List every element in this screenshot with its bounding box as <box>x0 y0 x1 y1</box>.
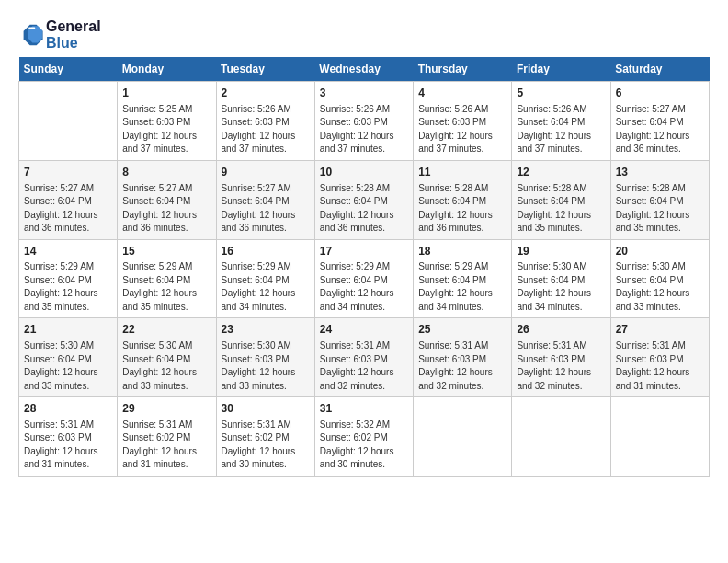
day-number: 9 <box>222 165 310 180</box>
weekday-header-row: SundayMondayTuesdayWednesdayThursdayFrid… <box>19 57 710 82</box>
day-number: 27 <box>616 322 704 338</box>
calendar-cell: 1Sunrise: 5:25 AM Sunset: 6:03 PM Daylig… <box>118 82 216 161</box>
day-number: 17 <box>320 244 408 259</box>
day-info: Sunrise: 5:27 AM Sunset: 6:04 PM Dayligh… <box>24 182 112 236</box>
day-number: 1 <box>122 86 210 101</box>
day-number: 15 <box>122 244 210 259</box>
day-info: Sunrise: 5:29 AM Sunset: 6:04 PM Dayligh… <box>24 260 112 314</box>
day-number: 6 <box>616 86 704 101</box>
day-number: 25 <box>418 322 506 338</box>
day-number: 3 <box>320 86 408 101</box>
calendar-cell: 25Sunrise: 5:31 AM Sunset: 6:03 PM Dayli… <box>414 318 512 397</box>
day-info: Sunrise: 5:29 AM Sunset: 6:04 PM Dayligh… <box>418 260 506 314</box>
day-number: 12 <box>517 165 605 180</box>
day-info: Sunrise: 5:26 AM Sunset: 6:03 PM Dayligh… <box>418 103 506 156</box>
day-info: Sunrise: 5:31 AM Sunset: 6:02 PM Dayligh… <box>222 419 310 472</box>
calendar-cell: 28Sunrise: 5:31 AM Sunset: 6:03 PM Dayli… <box>19 397 118 477</box>
logo-blue: Blue <box>46 35 101 52</box>
day-number: 21 <box>24 322 112 338</box>
calendar-cell: 16Sunrise: 5:29 AM Sunset: 6:04 PM Dayli… <box>216 239 314 318</box>
day-info: Sunrise: 5:29 AM Sunset: 6:04 PM Dayligh… <box>222 260 310 314</box>
calendar-cell: 18Sunrise: 5:29 AM Sunset: 6:04 PM Dayli… <box>414 239 512 318</box>
calendar-week-row: 1Sunrise: 5:25 AM Sunset: 6:03 PM Daylig… <box>19 82 710 161</box>
day-info: Sunrise: 5:27 AM Sunset: 6:04 PM Dayligh… <box>122 182 210 236</box>
day-number: 24 <box>320 322 408 338</box>
day-number: 20 <box>616 244 704 259</box>
calendar-cell <box>512 397 610 477</box>
day-number: 5 <box>517 86 605 101</box>
day-number: 23 <box>222 322 310 338</box>
day-info: Sunrise: 5:31 AM Sunset: 6:03 PM Dayligh… <box>616 339 704 393</box>
calendar-cell: 20Sunrise: 5:30 AM Sunset: 6:04 PM Dayli… <box>610 239 709 318</box>
weekday-header-monday: Monday <box>118 57 216 82</box>
calendar-week-row: 14Sunrise: 5:29 AM Sunset: 6:04 PM Dayli… <box>19 239 710 318</box>
weekday-header-friday: Friday <box>512 57 610 82</box>
weekday-header-wednesday: Wednesday <box>314 57 413 82</box>
calendar-cell: 7Sunrise: 5:27 AM Sunset: 6:04 PM Daylig… <box>19 160 118 239</box>
day-number: 16 <box>222 244 310 259</box>
day-number: 14 <box>24 244 112 259</box>
day-info: Sunrise: 5:26 AM Sunset: 6:03 PM Dayligh… <box>320 103 408 156</box>
day-info: Sunrise: 5:32 AM Sunset: 6:02 PM Dayligh… <box>320 419 408 472</box>
calendar-cell: 21Sunrise: 5:30 AM Sunset: 6:04 PM Dayli… <box>19 318 118 397</box>
day-number: 26 <box>517 322 605 338</box>
day-info: Sunrise: 5:26 AM Sunset: 6:04 PM Dayligh… <box>517 103 605 156</box>
day-info: Sunrise: 5:30 AM Sunset: 6:04 PM Dayligh… <box>122 339 210 393</box>
day-number: 13 <box>616 165 704 180</box>
day-number: 29 <box>122 401 210 417</box>
day-info: Sunrise: 5:25 AM Sunset: 6:03 PM Dayligh… <box>122 103 210 156</box>
day-info: Sunrise: 5:27 AM Sunset: 6:04 PM Dayligh… <box>616 103 704 156</box>
day-number: 31 <box>320 401 408 417</box>
day-info: Sunrise: 5:28 AM Sunset: 6:04 PM Dayligh… <box>616 182 704 236</box>
weekday-header-saturday: Saturday <box>610 57 709 82</box>
calendar-week-row: 21Sunrise: 5:30 AM Sunset: 6:04 PM Dayli… <box>19 318 710 397</box>
day-number: 10 <box>320 165 408 180</box>
day-info: Sunrise: 5:31 AM Sunset: 6:03 PM Dayligh… <box>320 339 408 393</box>
calendar-cell: 12Sunrise: 5:28 AM Sunset: 6:04 PM Dayli… <box>512 160 610 239</box>
logo-icon <box>18 22 44 48</box>
calendar-cell: 3Sunrise: 5:26 AM Sunset: 6:03 PM Daylig… <box>314 82 413 161</box>
calendar-cell: 13Sunrise: 5:28 AM Sunset: 6:04 PM Dayli… <box>610 160 709 239</box>
day-number: 18 <box>418 244 506 259</box>
calendar-cell: 27Sunrise: 5:31 AM Sunset: 6:03 PM Dayli… <box>610 318 709 397</box>
day-info: Sunrise: 5:28 AM Sunset: 6:04 PM Dayligh… <box>320 182 408 236</box>
day-number: 22 <box>122 322 210 338</box>
day-info: Sunrise: 5:30 AM Sunset: 6:04 PM Dayligh… <box>24 339 112 393</box>
calendar-cell <box>610 397 709 477</box>
day-info: Sunrise: 5:31 AM Sunset: 6:03 PM Dayligh… <box>517 339 605 393</box>
calendar-cell: 5Sunrise: 5:26 AM Sunset: 6:04 PM Daylig… <box>512 82 610 161</box>
calendar-cell: 19Sunrise: 5:30 AM Sunset: 6:04 PM Dayli… <box>512 239 610 318</box>
calendar-cell: 11Sunrise: 5:28 AM Sunset: 6:04 PM Dayli… <box>414 160 512 239</box>
day-info: Sunrise: 5:30 AM Sunset: 6:04 PM Dayligh… <box>616 260 704 314</box>
day-info: Sunrise: 5:29 AM Sunset: 6:04 PM Dayligh… <box>320 260 408 314</box>
calendar-week-row: 7Sunrise: 5:27 AM Sunset: 6:04 PM Daylig… <box>19 160 710 239</box>
day-number: 7 <box>24 165 112 180</box>
day-number: 19 <box>517 244 605 259</box>
day-info: Sunrise: 5:30 AM Sunset: 6:04 PM Dayligh… <box>517 260 605 314</box>
calendar-cell: 24Sunrise: 5:31 AM Sunset: 6:03 PM Dayli… <box>314 318 413 397</box>
calendar-cell: 30Sunrise: 5:31 AM Sunset: 6:02 PM Dayli… <box>216 397 314 477</box>
day-info: Sunrise: 5:27 AM Sunset: 6:04 PM Dayligh… <box>222 182 310 236</box>
page-header: General Blue <box>18 18 710 52</box>
calendar-cell <box>19 82 118 161</box>
calendar-cell: 31Sunrise: 5:32 AM Sunset: 6:02 PM Dayli… <box>314 397 413 477</box>
day-info: Sunrise: 5:31 AM Sunset: 6:03 PM Dayligh… <box>24 419 112 472</box>
day-number: 11 <box>418 165 506 180</box>
calendar-cell: 22Sunrise: 5:30 AM Sunset: 6:04 PM Dayli… <box>118 318 216 397</box>
day-info: Sunrise: 5:28 AM Sunset: 6:04 PM Dayligh… <box>517 182 605 236</box>
day-number: 8 <box>122 165 210 180</box>
day-number: 28 <box>24 401 112 417</box>
day-number: 2 <box>222 86 310 101</box>
day-number: 30 <box>222 401 310 417</box>
day-number: 4 <box>418 86 506 101</box>
svg-rect-3 <box>28 28 35 29</box>
weekday-header-sunday: Sunday <box>19 57 118 82</box>
calendar-cell <box>414 397 512 477</box>
calendar-cell: 4Sunrise: 5:26 AM Sunset: 6:03 PM Daylig… <box>414 82 512 161</box>
day-info: Sunrise: 5:31 AM Sunset: 6:02 PM Dayligh… <box>122 419 210 472</box>
logo: General Blue <box>18 18 101 52</box>
calendar-cell: 29Sunrise: 5:31 AM Sunset: 6:02 PM Dayli… <box>118 397 216 477</box>
calendar-cell: 14Sunrise: 5:29 AM Sunset: 6:04 PM Dayli… <box>19 239 118 318</box>
calendar-cell: 9Sunrise: 5:27 AM Sunset: 6:04 PM Daylig… <box>216 160 314 239</box>
calendar-cell: 6Sunrise: 5:27 AM Sunset: 6:04 PM Daylig… <box>610 82 709 161</box>
